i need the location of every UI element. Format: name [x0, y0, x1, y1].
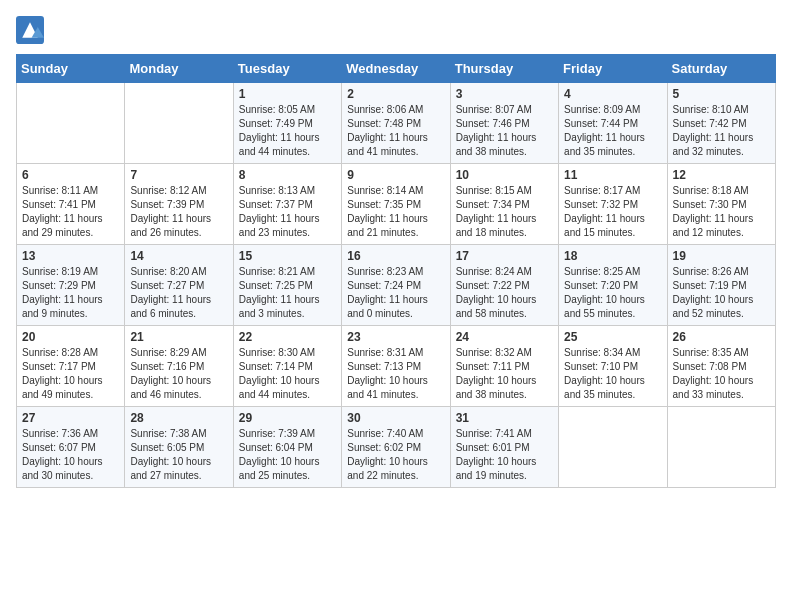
cell-content: Sunrise: 8:35 AM Sunset: 7:08 PM Dayligh… — [673, 346, 770, 402]
day-number: 9 — [347, 168, 444, 182]
calendar-cell — [17, 83, 125, 164]
calendar-cell: 16Sunrise: 8:23 AM Sunset: 7:24 PM Dayli… — [342, 245, 450, 326]
weekday-header: Friday — [559, 55, 667, 83]
weekday-header: Tuesday — [233, 55, 341, 83]
cell-content: Sunrise: 8:13 AM Sunset: 7:37 PM Dayligh… — [239, 184, 336, 240]
cell-content: Sunrise: 8:25 AM Sunset: 7:20 PM Dayligh… — [564, 265, 661, 321]
calendar-cell: 10Sunrise: 8:15 AM Sunset: 7:34 PM Dayli… — [450, 164, 558, 245]
calendar-cell: 3Sunrise: 8:07 AM Sunset: 7:46 PM Daylig… — [450, 83, 558, 164]
calendar-week-row: 27Sunrise: 7:36 AM Sunset: 6:07 PM Dayli… — [17, 407, 776, 488]
cell-content: Sunrise: 7:39 AM Sunset: 6:04 PM Dayligh… — [239, 427, 336, 483]
calendar-cell: 22Sunrise: 8:30 AM Sunset: 7:14 PM Dayli… — [233, 326, 341, 407]
cell-content: Sunrise: 8:32 AM Sunset: 7:11 PM Dayligh… — [456, 346, 553, 402]
calendar-cell: 20Sunrise: 8:28 AM Sunset: 7:17 PM Dayli… — [17, 326, 125, 407]
logo-icon — [16, 16, 44, 44]
calendar-cell: 7Sunrise: 8:12 AM Sunset: 7:39 PM Daylig… — [125, 164, 233, 245]
weekday-header-row: SundayMondayTuesdayWednesdayThursdayFrid… — [17, 55, 776, 83]
weekday-header: Thursday — [450, 55, 558, 83]
calendar-cell: 21Sunrise: 8:29 AM Sunset: 7:16 PM Dayli… — [125, 326, 233, 407]
day-number: 13 — [22, 249, 119, 263]
day-number: 5 — [673, 87, 770, 101]
calendar-cell: 12Sunrise: 8:18 AM Sunset: 7:30 PM Dayli… — [667, 164, 775, 245]
logo — [16, 16, 48, 44]
day-number: 28 — [130, 411, 227, 425]
day-number: 18 — [564, 249, 661, 263]
day-number: 23 — [347, 330, 444, 344]
calendar-week-row: 1Sunrise: 8:05 AM Sunset: 7:49 PM Daylig… — [17, 83, 776, 164]
calendar-cell: 2Sunrise: 8:06 AM Sunset: 7:48 PM Daylig… — [342, 83, 450, 164]
weekday-header: Wednesday — [342, 55, 450, 83]
calendar-cell: 23Sunrise: 8:31 AM Sunset: 7:13 PM Dayli… — [342, 326, 450, 407]
calendar-cell: 9Sunrise: 8:14 AM Sunset: 7:35 PM Daylig… — [342, 164, 450, 245]
cell-content: Sunrise: 8:19 AM Sunset: 7:29 PM Dayligh… — [22, 265, 119, 321]
cell-content: Sunrise: 8:14 AM Sunset: 7:35 PM Dayligh… — [347, 184, 444, 240]
calendar-week-row: 13Sunrise: 8:19 AM Sunset: 7:29 PM Dayli… — [17, 245, 776, 326]
cell-content: Sunrise: 8:21 AM Sunset: 7:25 PM Dayligh… — [239, 265, 336, 321]
calendar-cell — [559, 407, 667, 488]
calendar-cell: 13Sunrise: 8:19 AM Sunset: 7:29 PM Dayli… — [17, 245, 125, 326]
weekday-header: Sunday — [17, 55, 125, 83]
day-number: 2 — [347, 87, 444, 101]
cell-content: Sunrise: 8:11 AM Sunset: 7:41 PM Dayligh… — [22, 184, 119, 240]
day-number: 12 — [673, 168, 770, 182]
calendar-cell — [125, 83, 233, 164]
calendar-cell: 24Sunrise: 8:32 AM Sunset: 7:11 PM Dayli… — [450, 326, 558, 407]
day-number: 15 — [239, 249, 336, 263]
calendar-week-row: 6Sunrise: 8:11 AM Sunset: 7:41 PM Daylig… — [17, 164, 776, 245]
day-number: 6 — [22, 168, 119, 182]
day-number: 30 — [347, 411, 444, 425]
day-number: 20 — [22, 330, 119, 344]
calendar-cell: 14Sunrise: 8:20 AM Sunset: 7:27 PM Dayli… — [125, 245, 233, 326]
cell-content: Sunrise: 8:06 AM Sunset: 7:48 PM Dayligh… — [347, 103, 444, 159]
day-number: 27 — [22, 411, 119, 425]
cell-content: Sunrise: 8:07 AM Sunset: 7:46 PM Dayligh… — [456, 103, 553, 159]
cell-content: Sunrise: 8:12 AM Sunset: 7:39 PM Dayligh… — [130, 184, 227, 240]
day-number: 17 — [456, 249, 553, 263]
cell-content: Sunrise: 7:36 AM Sunset: 6:07 PM Dayligh… — [22, 427, 119, 483]
weekday-header: Saturday — [667, 55, 775, 83]
day-number: 22 — [239, 330, 336, 344]
day-number: 16 — [347, 249, 444, 263]
calendar-cell: 6Sunrise: 8:11 AM Sunset: 7:41 PM Daylig… — [17, 164, 125, 245]
day-number: 31 — [456, 411, 553, 425]
cell-content: Sunrise: 8:15 AM Sunset: 7:34 PM Dayligh… — [456, 184, 553, 240]
day-number: 26 — [673, 330, 770, 344]
calendar-cell: 26Sunrise: 8:35 AM Sunset: 7:08 PM Dayli… — [667, 326, 775, 407]
cell-content: Sunrise: 8:30 AM Sunset: 7:14 PM Dayligh… — [239, 346, 336, 402]
cell-content: Sunrise: 8:10 AM Sunset: 7:42 PM Dayligh… — [673, 103, 770, 159]
cell-content: Sunrise: 8:29 AM Sunset: 7:16 PM Dayligh… — [130, 346, 227, 402]
cell-content: Sunrise: 7:38 AM Sunset: 6:05 PM Dayligh… — [130, 427, 227, 483]
calendar-cell — [667, 407, 775, 488]
calendar-table: SundayMondayTuesdayWednesdayThursdayFrid… — [16, 54, 776, 488]
calendar-cell: 18Sunrise: 8:25 AM Sunset: 7:20 PM Dayli… — [559, 245, 667, 326]
cell-content: Sunrise: 8:18 AM Sunset: 7:30 PM Dayligh… — [673, 184, 770, 240]
calendar-cell: 28Sunrise: 7:38 AM Sunset: 6:05 PM Dayli… — [125, 407, 233, 488]
day-number: 7 — [130, 168, 227, 182]
cell-content: Sunrise: 8:34 AM Sunset: 7:10 PM Dayligh… — [564, 346, 661, 402]
cell-content: Sunrise: 8:20 AM Sunset: 7:27 PM Dayligh… — [130, 265, 227, 321]
cell-content: Sunrise: 8:26 AM Sunset: 7:19 PM Dayligh… — [673, 265, 770, 321]
cell-content: Sunrise: 8:05 AM Sunset: 7:49 PM Dayligh… — [239, 103, 336, 159]
cell-content: Sunrise: 8:28 AM Sunset: 7:17 PM Dayligh… — [22, 346, 119, 402]
calendar-cell: 17Sunrise: 8:24 AM Sunset: 7:22 PM Dayli… — [450, 245, 558, 326]
calendar-cell: 27Sunrise: 7:36 AM Sunset: 6:07 PM Dayli… — [17, 407, 125, 488]
cell-content: Sunrise: 7:41 AM Sunset: 6:01 PM Dayligh… — [456, 427, 553, 483]
calendar-cell: 1Sunrise: 8:05 AM Sunset: 7:49 PM Daylig… — [233, 83, 341, 164]
cell-content: Sunrise: 8:24 AM Sunset: 7:22 PM Dayligh… — [456, 265, 553, 321]
day-number: 1 — [239, 87, 336, 101]
weekday-header: Monday — [125, 55, 233, 83]
day-number: 11 — [564, 168, 661, 182]
cell-content: Sunrise: 8:09 AM Sunset: 7:44 PM Dayligh… — [564, 103, 661, 159]
cell-content: Sunrise: 7:40 AM Sunset: 6:02 PM Dayligh… — [347, 427, 444, 483]
day-number: 24 — [456, 330, 553, 344]
calendar-cell: 29Sunrise: 7:39 AM Sunset: 6:04 PM Dayli… — [233, 407, 341, 488]
calendar-cell: 4Sunrise: 8:09 AM Sunset: 7:44 PM Daylig… — [559, 83, 667, 164]
calendar-cell: 8Sunrise: 8:13 AM Sunset: 7:37 PM Daylig… — [233, 164, 341, 245]
calendar-cell: 15Sunrise: 8:21 AM Sunset: 7:25 PM Dayli… — [233, 245, 341, 326]
page-header — [16, 16, 776, 44]
day-number: 10 — [456, 168, 553, 182]
day-number: 8 — [239, 168, 336, 182]
calendar-cell: 5Sunrise: 8:10 AM Sunset: 7:42 PM Daylig… — [667, 83, 775, 164]
day-number: 25 — [564, 330, 661, 344]
day-number: 3 — [456, 87, 553, 101]
